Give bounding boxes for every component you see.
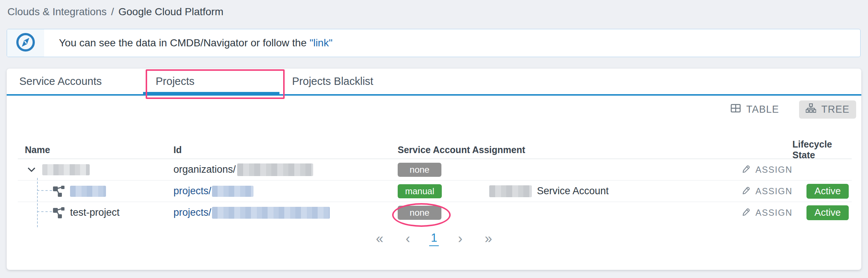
breadcrumb: Clouds & Integrations / Google Cloud Pla…	[7, 6, 223, 18]
info-banner-icon-cell	[7, 29, 44, 57]
redacted-organization-id	[237, 163, 313, 176]
project-id-link[interactable]: projects/	[173, 207, 330, 219]
assigned-service-account: Service Account	[489, 185, 609, 197]
assign-label: ASSIGN	[755, 186, 792, 196]
breadcrumb-clouds-integrations[interactable]: Clouds & Integrations	[7, 6, 107, 18]
table-view-button[interactable]: TABLE	[724, 101, 786, 118]
tab-service-accounts-label: Service Accounts	[19, 75, 102, 87]
project-id-link[interactable]: projects/	[173, 185, 254, 197]
tab-projects[interactable]: Projects	[143, 69, 279, 94]
tab-projects-blacklist-label: Projects Blacklist	[292, 75, 373, 87]
pencil-icon	[742, 164, 751, 175]
service-account-suffix: Service Account	[537, 185, 609, 197]
tab-projects-blacklist[interactable]: Projects Blacklist	[279, 69, 416, 94]
redacted-project-id	[212, 186, 254, 197]
assignment-badge-manual: manual	[398, 184, 442, 198]
breadcrumb-current-page: Google Cloud Platform	[119, 6, 223, 18]
assign-label: ASSIGN	[755, 165, 792, 175]
organization-id: organizations/	[173, 163, 313, 176]
assign-button[interactable]: ASSIGN	[742, 164, 792, 175]
redacted-service-account-name	[489, 185, 532, 197]
assignment-badge-none: none	[398, 163, 441, 177]
projects-table: Name Id Service Account Assignment Lifec…	[18, 141, 852, 223]
info-banner-message: You can see the data in CMDB/Navigator o…	[59, 37, 307, 49]
tab-bar: Service Accounts Projects Projects Black…	[7, 69, 861, 96]
tree-icon	[806, 103, 816, 116]
info-banner: You can see the data in CMDB/Navigator o…	[7, 29, 861, 57]
redacted-project-id	[212, 207, 330, 219]
redacted-project-name-link[interactable]	[70, 186, 106, 197]
pagination-first-button[interactable]: «	[373, 231, 386, 246]
table-icon	[730, 104, 741, 115]
tree-view-label: TREE	[821, 104, 849, 115]
table-view-label: TABLE	[746, 104, 779, 115]
project-name: test-project	[70, 207, 120, 218]
info-banner-link[interactable]: "link"	[309, 37, 332, 49]
compass-icon	[15, 32, 36, 54]
view-toggle: TABLE TREE	[724, 100, 856, 119]
column-header-service-account-assignment: Service Account Assignment	[398, 145, 722, 155]
project-icon	[53, 207, 65, 218]
project-icon	[53, 186, 65, 197]
tab-service-accounts[interactable]: Service Accounts	[7, 69, 143, 94]
pagination-next-button[interactable]: ›	[455, 231, 466, 246]
pencil-icon	[742, 207, 751, 218]
assign-button[interactable]: ASSIGN	[742, 186, 792, 197]
pagination-current-page[interactable]: 1	[429, 231, 438, 246]
lifecycle-badge-active: Active	[806, 184, 849, 199]
project-id-prefix: projects/	[173, 207, 211, 218]
assign-label: ASSIGN	[755, 208, 792, 218]
column-header-name: Name	[18, 145, 173, 155]
tree-view-button[interactable]: TREE	[799, 100, 856, 119]
table-header-row: Name Id Service Account Assignment Lifec…	[18, 141, 852, 159]
breadcrumb-separator: /	[111, 6, 114, 18]
table-row-organization: organizations/ none ASSIGN	[18, 159, 852, 181]
lifecycle-badge-active: Active	[806, 205, 849, 220]
assign-button[interactable]: ASSIGN	[742, 207, 792, 218]
chevron-down-icon[interactable]	[27, 167, 36, 172]
project-id-prefix: projects/	[173, 185, 211, 197]
organization-id-prefix: organizations/	[173, 164, 236, 175]
tab-projects-label: Projects	[156, 75, 195, 87]
table-row-project-redacted: projects/ manual Service Account	[18, 181, 852, 202]
gcp-integration-page: Clouds & Integrations / Google Cloud Pla…	[0, 0, 868, 278]
pencil-icon	[742, 186, 751, 197]
table-row-test-project: test-project projects/ none	[18, 202, 852, 223]
main-card: Service Accounts Projects Projects Black…	[7, 69, 861, 270]
column-header-id: Id	[173, 145, 398, 155]
pagination: « ‹ 1 › »	[7, 231, 861, 246]
assignment-badge-none: none	[398, 206, 441, 220]
column-header-lifecycle-state: Lifecycle State	[792, 139, 852, 160]
pagination-last-button[interactable]: »	[482, 231, 495, 246]
redacted-organization-name	[42, 164, 90, 175]
info-banner-text: You can see the data in CMDB/Navigator o…	[44, 29, 332, 57]
pagination-prev-button[interactable]: ‹	[402, 231, 413, 246]
